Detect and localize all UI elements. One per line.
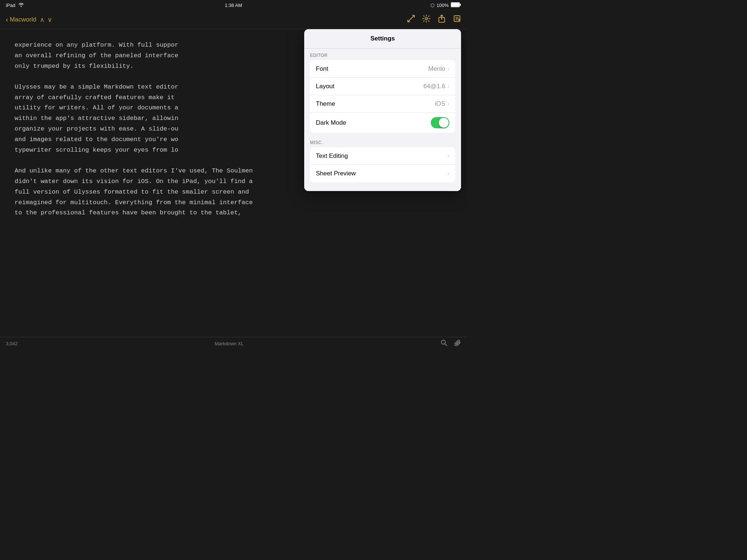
theme-row[interactable]: Theme iOS ›	[310, 95, 455, 113]
status-time: 1:38 AM	[225, 3, 242, 8]
layout-chevron-icon: ›	[448, 83, 449, 90]
text-editing-label: Text Editing	[316, 152, 348, 160]
settings-bottom-padding	[304, 185, 461, 191]
toggle-knob	[439, 118, 449, 128]
status-bar: iPad 1:38 AM ⬡ 100%	[0, 0, 467, 10]
dark-mode-toggle[interactable]	[431, 117, 449, 128]
nav-up-arrow[interactable]: ∧	[40, 16, 44, 24]
editor-section-header: EDITOR	[304, 48, 461, 60]
nav-left: ‹ Macworld ∧ ∨	[6, 15, 52, 24]
bluetooth-icon: ⬡	[430, 3, 434, 8]
battery-percentage: 100%	[437, 3, 449, 8]
editor-settings-group: Font Menlo › Layout 64@1.6 › Theme iOS	[310, 60, 455, 133]
text-editing-row[interactable]: Text Editing ›	[310, 147, 455, 165]
editor-mode: Markdown XL	[215, 341, 244, 346]
wifi-icon	[18, 3, 24, 8]
layout-value: 64@1.6	[423, 83, 445, 90]
search-icon[interactable]	[441, 339, 447, 348]
dark-mode-label: Dark Mode	[316, 119, 346, 127]
main-content: experience on any platform. With full su…	[0, 29, 467, 337]
text-editing-chevron-icon: ›	[448, 153, 449, 159]
dark-mode-row-right	[431, 117, 449, 128]
share-icon[interactable]	[438, 15, 446, 24]
compose-icon[interactable]	[453, 15, 461, 24]
font-chevron-icon: ›	[448, 66, 449, 72]
dark-mode-row[interactable]: Dark Mode	[310, 113, 455, 133]
bottom-icons	[441, 339, 461, 348]
misc-section-header: MISC.	[304, 136, 461, 147]
back-label: Macworld	[10, 16, 36, 23]
svg-point-4	[425, 18, 427, 20]
sheet-preview-row[interactable]: Sheet Preview ›	[310, 165, 455, 182]
sheet-preview-label: Sheet Preview	[316, 170, 356, 177]
font-label: Font	[316, 65, 328, 73]
font-value: Menlo	[428, 65, 445, 73]
battery-icon	[451, 2, 461, 8]
svg-line-12	[445, 344, 447, 346]
font-row-right: Menlo ›	[428, 65, 449, 73]
status-right: ⬡ 100%	[430, 2, 461, 8]
text-editing-row-right: ›	[448, 153, 449, 159]
back-button[interactable]: ‹ Macworld	[6, 15, 36, 24]
layout-row-right: 64@1.6 ›	[423, 83, 449, 90]
theme-row-right: iOS ›	[435, 100, 449, 108]
nav-arrows: ∧ ∨	[40, 16, 52, 24]
layout-label: Layout	[316, 83, 334, 90]
nav-right	[407, 15, 461, 24]
svg-rect-1	[451, 3, 459, 7]
ipad-label: iPad	[6, 3, 15, 8]
settings-icon[interactable]	[422, 15, 430, 24]
settings-title: Settings	[304, 29, 461, 48]
theme-chevron-icon: ›	[448, 101, 449, 107]
font-row[interactable]: Font Menlo ›	[310, 60, 455, 78]
nav-bar: ‹ Macworld ∧ ∨	[0, 10, 467, 29]
word-count: 3,042	[6, 341, 18, 346]
bottom-bar: 3,042 Markdown XL	[0, 337, 467, 350]
sheet-preview-row-right: ›	[448, 170, 449, 177]
misc-settings-group: Text Editing › Sheet Preview ›	[310, 147, 455, 182]
svg-line-3	[408, 15, 414, 22]
sheet-preview-chevron-icon: ›	[448, 170, 449, 177]
resize-icon[interactable]	[407, 15, 415, 24]
settings-popover: Settings EDITOR Font Menlo › Layout 64@1…	[304, 29, 461, 191]
svg-rect-2	[460, 4, 461, 5]
theme-label: Theme	[316, 100, 335, 108]
back-chevron-icon: ‹	[6, 15, 8, 24]
nav-down-arrow[interactable]: ∨	[47, 16, 52, 24]
status-left: iPad	[6, 3, 24, 8]
layout-row[interactable]: Layout 64@1.6 ›	[310, 78, 455, 95]
attach-icon[interactable]	[454, 339, 461, 348]
theme-value: iOS	[435, 100, 445, 108]
